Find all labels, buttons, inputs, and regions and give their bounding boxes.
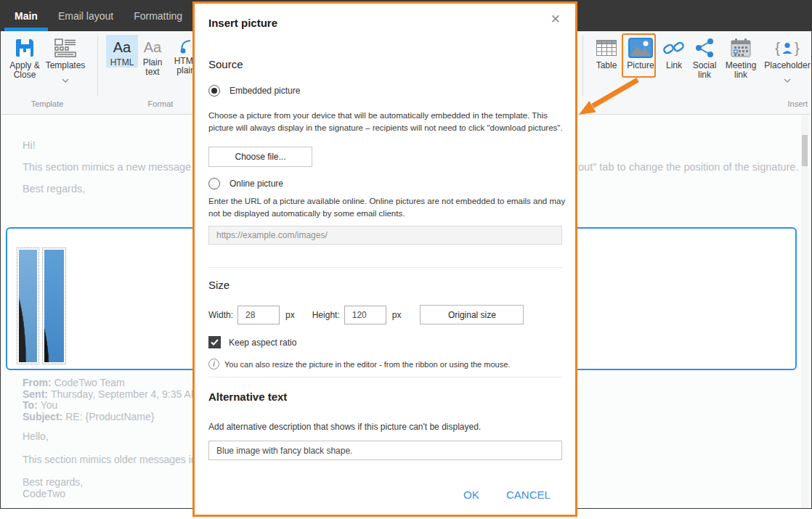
scrollbar-thumb[interactable]	[802, 135, 808, 166]
tab-main-label: Main	[15, 10, 38, 22]
insert-link-label: Link	[666, 61, 682, 70]
choose-file-button[interactable]: Choose file...	[208, 147, 312, 167]
quoted-regards-text: Best regards,	[23, 477, 83, 489]
screenshot-root: Main Email layout Formatting	[0, 0, 812, 519]
source-section-heading: Source	[208, 58, 243, 70]
editor-new-message-text-left: This section mimics a new message in	[23, 161, 202, 173]
quoted-subject-line: Subject:RE: {ProductName}	[23, 412, 154, 423]
info-icon: i	[208, 359, 219, 369]
close-icon[interactable]: ✕	[551, 13, 561, 25]
chevron-down-icon	[784, 73, 791, 86]
placeholder-braces-person-icon: { }	[775, 35, 799, 61]
save-floppy-icon	[14, 35, 36, 61]
table-icon	[596, 35, 617, 61]
resize-hint-row: i You can also resize the picture in the…	[208, 359, 510, 369]
keep-aspect-ratio-checkbox[interactable]: Keep aspect ratio	[208, 336, 296, 348]
tab-email-layout[interactable]: Email layout	[48, 1, 123, 31]
group-divider	[582, 36, 583, 97]
dialog-title: Insert picture	[208, 17, 277, 29]
calendar-icon	[728, 35, 753, 61]
section-divider	[208, 377, 562, 377]
insert-meeting-link-button[interactable]: Meeting link	[722, 35, 760, 80]
quoted-hello-text: Hello,	[23, 431, 49, 443]
templates-icon	[54, 35, 76, 61]
group-divider	[97, 36, 98, 97]
signature-image-2	[44, 250, 64, 362]
cancel-button[interactable]: CANCEL	[506, 489, 551, 501]
insert-placeholder-label: Placeholder	[764, 61, 810, 70]
quoted-codetwo-text: CodeTwo	[23, 489, 65, 500]
picture-url-input[interactable]	[208, 226, 562, 245]
format-html-plain-icon	[178, 35, 194, 57]
quoted-older-message-text: This section mimics older messages in	[23, 454, 197, 466]
group-label-format: Format	[131, 99, 190, 108]
quoted-from-line: From:CodeTwo Team	[23, 377, 125, 389]
embedded-picture-radio[interactable]: Embedded picture	[208, 85, 300, 97]
radio-selected-icon	[208, 85, 220, 97]
online-picture-label: Online picture	[230, 179, 283, 189]
checkbox-checked-icon	[208, 336, 221, 348]
signature-image-strip-1[interactable]	[17, 248, 39, 364]
format-html-aa-icon: Aa	[113, 36, 131, 58]
size-controls-row: Width: px Height: px Original size	[208, 305, 524, 324]
chevron-down-icon	[62, 73, 69, 86]
alternative-text-heading: Alternative text	[208, 391, 287, 403]
insert-meeting-link-label: Meeting link	[722, 61, 760, 80]
format-html-button[interactable]: Aa HTML	[106, 35, 138, 68]
width-unit-label: px	[285, 310, 295, 320]
insert-picture-button[interactable]: Picture	[625, 35, 657, 70]
tab-main[interactable]: Main	[4, 1, 48, 31]
ok-button[interactable]: OK	[463, 489, 479, 501]
online-picture-radio[interactable]: Online picture	[208, 178, 283, 189]
quoted-to-line: To:You	[23, 400, 57, 412]
link-icon	[662, 35, 686, 61]
templates-button[interactable]: Templates	[43, 35, 88, 86]
online-picture-description: Enter the URL of a picture available onl…	[208, 195, 574, 220]
embedded-picture-description: Choose a picture from your device that w…	[208, 110, 574, 134]
format-plain-text-label: Plain text	[138, 58, 167, 77]
tab-formatting-label: Formatting	[134, 10, 182, 22]
insert-placeholder-button[interactable]: { } Placeholder	[762, 35, 812, 86]
templates-label: Templates	[46, 61, 86, 70]
keep-aspect-ratio-label: Keep aspect ratio	[229, 338, 296, 348]
format-plain-aa-icon: Aa	[144, 36, 161, 58]
embedded-picture-label: Embedded picture	[230, 86, 300, 96]
insert-link-button[interactable]: Link	[661, 35, 687, 70]
apply-close-button[interactable]: Apply & Close	[4, 35, 46, 80]
format-plain-text-button[interactable]: Aa Plain text	[138, 35, 167, 77]
insert-picture-dialog: Insert picture ✕ Source Embedded picture…	[192, 1, 577, 517]
editor-new-message-text-right: out" tab to change the position of the s…	[578, 161, 798, 173]
quoted-sent-line: Sent:Thursday, September 4, 9:35 AM	[23, 389, 199, 401]
alternative-text-description: Add alternative description that shows i…	[208, 421, 574, 433]
group-label-insert: Insert	[757, 99, 808, 108]
size-section-heading: Size	[208, 279, 230, 291]
width-label: Width:	[208, 310, 233, 320]
alternative-text-input[interactable]	[208, 441, 562, 460]
insert-social-link-label: Social link	[689, 61, 720, 80]
height-unit-label: px	[392, 310, 402, 320]
insert-social-link-button[interactable]: Social link	[689, 35, 720, 80]
insert-table-button[interactable]: Table	[590, 35, 622, 70]
group-label-template: Template	[18, 99, 76, 108]
resize-hint-text: You can also resize the picture in the e…	[224, 360, 510, 369]
apply-close-label: Apply & Close	[4, 61, 46, 80]
insert-table-label: Table	[596, 61, 617, 70]
editor-regards-text: Best regards,	[23, 183, 85, 195]
signature-image-1	[19, 250, 37, 362]
width-input[interactable]	[237, 306, 280, 324]
signature-image-strip-2[interactable]	[42, 248, 66, 364]
insert-picture-label: Picture	[627, 61, 654, 70]
radio-unselected-icon	[208, 178, 220, 189]
tab-email-layout-label: Email layout	[58, 10, 113, 22]
format-html-label: HTML	[110, 58, 134, 68]
social-share-icon	[693, 35, 716, 61]
height-label: Height:	[312, 310, 340, 320]
section-divider	[208, 267, 562, 268]
original-size-button[interactable]: Original size	[420, 305, 524, 324]
vertical-scrollbar[interactable]	[801, 115, 808, 508]
height-input[interactable]	[344, 306, 386, 324]
tab-formatting[interactable]: Formatting	[123, 1, 192, 31]
editor-greeting-text: Hi!	[23, 139, 36, 151]
picture-icon	[628, 35, 654, 61]
